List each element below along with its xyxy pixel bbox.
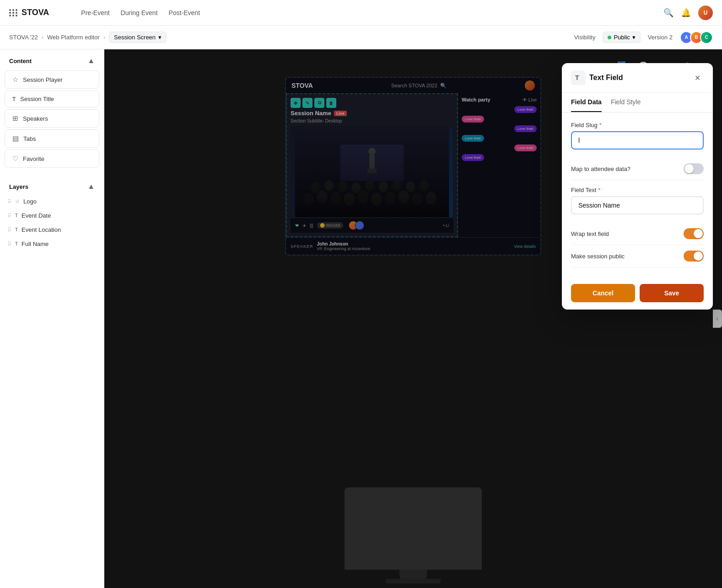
collapse-layers-icon[interactable]: ▲	[87, 182, 95, 191]
content-section-title: Content	[9, 58, 32, 64]
nav-pre-event[interactable]: Pre-Event	[81, 7, 109, 18]
modal-overlay: T Text Field ✕ Field Data Field Style	[104, 49, 722, 588]
breadcrumb-right: Visibility Public ▾ Version 2 A B C	[574, 31, 713, 44]
modal-footer: Cancel Save	[562, 277, 713, 310]
sidebar-item-speakers[interactable]: ⊞ Speakers	[5, 109, 99, 128]
field-slug-label: Field Slug *	[571, 122, 704, 128]
toggle-knob	[684, 164, 694, 173]
required-indicator: *	[599, 122, 602, 128]
visibility-label: Visibility	[574, 34, 596, 41]
toggle-knob	[694, 251, 703, 261]
tab-field-data[interactable]: Field Data	[571, 93, 602, 112]
svg-text:T: T	[575, 74, 579, 81]
nav-links: Pre-Event During Event Post-Event	[81, 7, 200, 18]
search-icon[interactable]: 🔍	[663, 8, 674, 18]
nav-during-event[interactable]: During Event	[121, 7, 158, 18]
text-field-modal: T Text Field ✕ Field Data Field Style	[562, 63, 713, 310]
map-attendee-toggle-row: Map to attendee data?	[571, 158, 704, 180]
field-text-label: Field Text *	[571, 187, 704, 193]
breadcrumb-bar: STOVA '22 › Web Platform editor › Sessio…	[0, 26, 722, 49]
logo-text: STOVA	[22, 8, 49, 17]
map-attendee-toggle[interactable]	[684, 163, 704, 174]
cancel-button[interactable]: Cancel	[571, 284, 635, 302]
top-nav: STOVA Pre-Event During Event Post-Event …	[0, 0, 722, 26]
canvas-area: 🪣 💬 ✓ ⚙ STOVA Search STOVA 2022 🔍	[104, 49, 722, 588]
star-icon: ☆	[12, 75, 18, 84]
content-section-header: Content ▲	[0, 49, 104, 69]
visibility-badge[interactable]: Public ▾	[603, 32, 640, 43]
wrap-text-toggle-row: Wrap text field	[571, 223, 704, 245]
layers-section-header: Layers ▲	[0, 175, 104, 194]
sidebar-item-tabs[interactable]: ▤ Tabs	[5, 129, 99, 148]
drag-handle-icon: ⠿	[7, 227, 11, 233]
grid-icon: ⊞	[12, 114, 18, 123]
layer-item-logo[interactable]: ⠿ ☆ Logo	[0, 194, 104, 208]
save-button[interactable]: Save	[640, 284, 704, 302]
main-layout: Content ▲ ☆ Session Player T Session Tit…	[0, 49, 722, 588]
text-field-icon: T	[571, 70, 586, 85]
make-public-toggle-row: Make session public	[571, 245, 704, 267]
field-slug-input[interactable]	[571, 131, 704, 150]
user-avatar[interactable]: U	[698, 5, 713, 20]
make-public-label: Make session public	[571, 253, 625, 260]
drag-handle-icon: ⠿	[7, 213, 11, 219]
grid-icon	[9, 9, 18, 16]
layer-logo-icon: ☆	[15, 198, 20, 204]
layers-section-title: Layers	[9, 183, 28, 190]
layer-item-event-location[interactable]: ⠿ T Event Location	[0, 223, 104, 237]
tab-field-style[interactable]: Field Style	[611, 93, 641, 112]
nav-post-event[interactable]: Post-Event	[169, 7, 200, 18]
map-attendee-label: Map to attendee data?	[571, 166, 630, 172]
nav-right: 🔍 🔔 U	[663, 5, 713, 20]
wrap-text-label: Wrap text field	[571, 230, 609, 237]
bell-icon[interactable]: 🔔	[681, 8, 691, 18]
modal-header: T Text Field ✕	[562, 63, 713, 93]
layer-text-icon: T	[15, 241, 18, 246]
layer-item-event-date[interactable]: ⠿ T Event Date	[0, 208, 104, 223]
collapse-content-icon[interactable]: ▲	[87, 57, 95, 65]
sidebar-item-session-title[interactable]: T Session Title	[5, 91, 99, 107]
status-dot	[608, 36, 611, 39]
layer-item-full-name[interactable]: ⠿ T Full Name	[0, 237, 104, 251]
chevron-down-icon: ▾	[158, 34, 162, 41]
tabs-icon: ▤	[12, 134, 19, 143]
modal-title: T Text Field	[571, 70, 623, 85]
sidebar-item-favorite[interactable]: ♡ Favorite	[5, 150, 99, 168]
layer-text-icon: T	[15, 213, 18, 218]
toggle-knob	[694, 229, 703, 238]
field-text-group: Field Text *	[571, 187, 704, 214]
modal-close-button[interactable]: ✕	[691, 71, 704, 84]
field-text-input[interactable]	[571, 196, 704, 214]
app-logo: STOVA	[9, 8, 49, 17]
wrap-text-toggle[interactable]	[684, 228, 704, 239]
text-icon: T	[12, 96, 16, 102]
modal-body: Field Slug * Map to attendee data?	[562, 112, 713, 277]
breadcrumb-sep-1: ›	[42, 34, 43, 41]
drag-handle-icon: ⠿	[7, 241, 11, 247]
layer-text-icon: T	[15, 227, 18, 232]
field-slug-group: Field Slug *	[571, 122, 704, 150]
breadcrumb-sep-2: ›	[103, 34, 105, 41]
make-public-toggle[interactable]	[684, 251, 704, 262]
heart-icon: ♡	[12, 155, 18, 163]
drag-handle-icon: ⠿	[7, 198, 11, 205]
breadcrumb-web-platform[interactable]: Web Platform editor	[47, 34, 100, 41]
sidebar-item-session-player[interactable]: ☆ Session Player	[5, 70, 99, 89]
avatar-group: A B C	[680, 31, 713, 44]
required-indicator: *	[598, 187, 600, 193]
avatar-3: C	[700, 31, 713, 44]
chevron-down-icon: ▾	[632, 34, 636, 41]
breadcrumb-session-screen[interactable]: Session Screen ▾	[109, 32, 167, 43]
modal-tabs: Field Data Field Style	[562, 93, 713, 112]
breadcrumb-stova[interactable]: STOVA '22	[9, 34, 38, 41]
left-sidebar: Content ▲ ☆ Session Player T Session Tit…	[0, 49, 104, 588]
version-text: Version 2	[648, 34, 673, 41]
